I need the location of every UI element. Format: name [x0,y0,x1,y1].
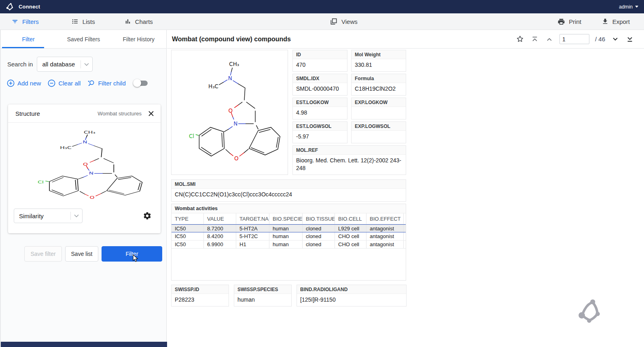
filter-child-label: Filter child [98,80,125,87]
previous-record-button[interactable] [545,35,554,44]
col-value[interactable]: VALUE [204,213,236,224]
top-app-bar: Connect admin [0,0,644,13]
close-icon[interactable] [148,111,154,117]
filter-icon [11,18,19,25]
print-icon [557,18,565,26]
structure-filter-card: Structure Wombat structures Similarity [8,104,161,233]
search-in-label: Search in [7,61,33,68]
record-number-input[interactable] [559,34,589,44]
bar-chart-icon [124,18,131,25]
tab-saved-filters[interactable]: Saved Filters [56,30,111,48]
tab-filter-history[interactable]: Filter History [111,30,166,48]
col-bio-effect[interactable]: BIO.EFFECT [366,213,404,224]
field-bind-radioligand: BIND.RADIOLIGAND [125I]R-91150 [297,285,407,307]
compound-structure-image [171,50,288,175]
caret-down-icon [635,6,638,8]
similarity-select-value: Similarity [19,213,65,219]
clear-all-button[interactable]: Clear all [46,79,83,87]
record-pager: / 46 [516,34,634,44]
col-bio-tissue[interactable]: BIO.TISSUES [303,213,335,224]
field-est-logkow: EST.LOGKOW 4.98 [292,98,347,119]
views-button[interactable]: Views [326,17,362,26]
export-button[interactable]: Export [597,18,634,25]
chevron-up-icon [546,36,553,43]
lists-label: Lists [83,18,95,25]
sidebar-tabs: Filter Saved Filters Filter History [1,30,166,49]
next-record-button[interactable] [611,35,620,44]
download-icon [602,18,609,25]
print-label: Print [569,18,581,25]
col-target-name[interactable]: TARGET.NA [236,213,269,224]
col-type[interactable]: TYPE [172,213,204,224]
views-icon [330,17,338,26]
filter-button[interactable]: Filter [102,246,162,262]
save-list-button[interactable]: Save list [65,246,98,262]
activity-row-3[interactable]: IC50 6.9900 H1 human cloned CHO cell ant… [172,241,406,249]
list-icon [71,18,79,25]
user-menu[interactable]: admin [619,4,638,10]
favorite-star-button[interactable] [516,35,525,44]
field-mol-weight: Mol Weight 330.81 [351,50,406,72]
chevron-down-icon [84,63,89,66]
field-est-logwsol: EST.LOGWSOL -5.97 [292,121,347,143]
structure-card-title: Structure [15,110,97,117]
tab-filter[interactable]: Filter [1,30,56,48]
property-fields: ID 470 Mol Weight 330.81 SMDL.IDX SMDL-0… [292,50,406,175]
last-page-icon [626,36,633,43]
database-select-value: all database [42,61,75,68]
field-exp-logkow: EXP.LOGKOW [351,98,406,119]
minus-circle-icon [48,79,55,87]
filters-button[interactable]: Filters [7,18,43,25]
structure-editor-canvas[interactable] [8,123,161,209]
charts-label: Charts [135,18,153,25]
save-filter-button[interactable]: Save filter [24,246,62,262]
field-swissp-species: SWISSP.SPECIES human [234,285,292,307]
database-select[interactable]: all database [37,57,93,72]
similarity-select[interactable]: Similarity [14,209,83,223]
app-title: Connect [19,4,40,10]
activities-header-row: TYPE VALUE TARGET.NA BIO.SPECIE BIO.TISS… [172,213,406,224]
toolbar: Filters Lists Charts Views Print Export [0,13,644,30]
lists-button[interactable]: Lists [67,18,99,25]
export-label: Export [612,18,630,25]
structure-card-subtitle: Wombat structures [97,111,142,117]
col-bio-cell[interactable]: BIO.CELL [335,213,366,224]
page-title: Wombat (compound view) compounds [172,36,516,43]
compound-detail: ID 470 Mol Weight 330.81 SMDL.IDX SMDL-0… [167,49,644,347]
activity-row-2[interactable]: IC50 8.4200 5-HT2C human cloned CHO cell… [172,232,406,241]
record-header: Wombat (compound view) compounds / 46 [167,30,644,49]
filter-child-toggle[interactable] [133,79,148,87]
add-new-button[interactable]: Add new [5,79,43,87]
active-tab-indicator [2,47,44,48]
chevron-down-icon [612,36,619,43]
field-exp-logwsol: EXP.LOGWSOL [351,121,406,143]
activities-table: Wombat activities TYPE VALUE TARGET.NA B… [171,204,406,281]
last-record-button[interactable] [625,35,634,44]
field-id: ID 470 [292,50,347,72]
main-panel: Wombat (compound view) compounds / 46 [167,30,644,347]
bottom-strip [1,342,167,347]
field-mol-ref: MOL.REF Bioorg. Med. Chem. Lett. 12(2)-2… [292,145,406,175]
gear-icon[interactable] [143,211,152,220]
first-record-button[interactable] [530,35,539,44]
record-total-label: / 46 [595,36,605,43]
filter-child-button[interactable]: Filter child [85,79,127,87]
chemaxon-logo-icon [6,2,15,11]
field-formula: Formula C18H19ClN2O2 [351,74,406,96]
bottom-fields: SWISSP.ID P28223 SWISSP.SPECIES human BI… [171,285,407,307]
views-label: Views [341,18,358,25]
field-mol-smi: MOL.SMI CN(C)CC1CC2N(O1)c3cc(Cl)ccc3Oc4c… [171,179,406,202]
activity-row-1[interactable]: IC50 8.7200 5-HT2A human cloned L929 cel… [172,224,406,232]
first-page-icon [531,36,538,43]
chemaxon-watermark-icon [576,298,605,326]
field-swissp-id: SWISSP.ID P28223 [171,285,229,307]
user-name: admin [619,4,633,10]
col-bio-species[interactable]: BIO.SPECIE [269,213,303,224]
activities-title: Wombat activities [172,204,406,213]
print-button[interactable]: Print [553,18,585,26]
filter-sidebar: Filter Saved Filters Filter History Sear… [0,30,167,347]
search-child-icon [87,79,95,87]
charts-button[interactable]: Charts [120,18,157,25]
add-new-label: Add new [17,80,41,87]
chevron-down-icon [74,214,79,217]
